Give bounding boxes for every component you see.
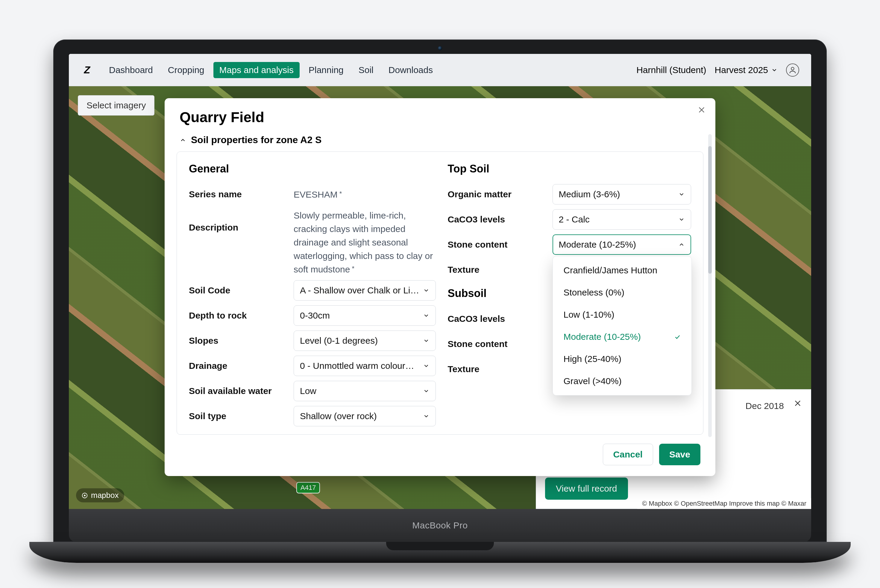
drainage-select[interactable]: 0 - Unmottled warm colour… xyxy=(294,356,436,376)
scroll-thumb[interactable] xyxy=(708,146,712,273)
topsoil-heading: Top Soil xyxy=(448,163,691,175)
laptop-camera xyxy=(438,46,442,50)
farm-name[interactable]: Harnhill (Student) xyxy=(636,65,706,75)
label-subsoil-caco3: CaCO3 levels xyxy=(448,314,547,324)
nav-planning[interactable]: Planning xyxy=(303,62,349,78)
chevron-down-icon xyxy=(423,388,430,394)
general-column: General Series name EVESHAM * xyxy=(189,161,436,427)
general-heading: General xyxy=(189,163,436,175)
modal-backdrop: Quarry Field Soil properties for zone A2… xyxy=(69,86,811,509)
top-right: Harnhill (Student) Harvest 2025 xyxy=(636,63,799,76)
user-account-button[interactable] xyxy=(786,63,799,76)
depth-value: 0-30cm xyxy=(300,310,330,321)
cancel-button[interactable]: Cancel xyxy=(603,444,653,465)
chevron-down-icon xyxy=(423,363,430,369)
soil-type-value: Shallow (over rock) xyxy=(300,411,377,421)
organic-matter-select[interactable]: Medium (3-6%) xyxy=(553,184,691,204)
stone-content-select[interactable]: Moderate (10-25%) xyxy=(553,234,691,255)
label-stone-content: Stone content xyxy=(448,240,547,250)
label-slopes: Slopes xyxy=(189,336,288,346)
label-soil-type: Soil type xyxy=(189,411,288,421)
top-navigation: Z Dashboard Cropping Maps and analysis P… xyxy=(69,54,811,86)
check-icon xyxy=(674,333,681,340)
app-screen: Z Dashboard Cropping Maps and analysis P… xyxy=(69,54,811,509)
value-description: Slowly permeable, lime-rich, cracking cl… xyxy=(294,208,436,276)
label-topsoil-texture: Texture xyxy=(448,265,547,275)
app-logo[interactable]: Z xyxy=(81,64,93,76)
label-topsoil-caco3: CaCO3 levels xyxy=(448,214,547,225)
chevron-up-icon xyxy=(678,241,685,248)
dialog-scrollbar[interactable] xyxy=(708,134,712,437)
stone-content-dropdown: Cranfield/James Hutton Stoneless (0%) Lo… xyxy=(553,256,692,396)
stone-option[interactable]: High (25-40%) xyxy=(553,348,692,370)
chevron-up-icon xyxy=(180,137,186,143)
stone-option[interactable]: Gravel (>40%) xyxy=(553,370,692,392)
label-soil-code: Soil Code xyxy=(189,285,288,296)
label-description: Description xyxy=(189,208,288,232)
depth-select[interactable]: 0-30cm xyxy=(294,305,436,326)
laptop-deck: MacBook Pro xyxy=(69,509,811,542)
chevron-down-icon xyxy=(678,216,685,223)
soil-available-water-select[interactable]: Low xyxy=(294,381,436,401)
nav: Dashboard Cropping Maps and analysis Pla… xyxy=(103,62,439,78)
topsoil-caco3-value: 2 - Calc xyxy=(559,214,590,225)
screen-bezel: Z Dashboard Cropping Maps and analysis P… xyxy=(53,39,827,542)
stone-option[interactable]: Stoneless (0%) xyxy=(553,281,692,304)
dialog-title: Quarry Field xyxy=(165,98,715,131)
save-button[interactable]: Save xyxy=(659,444,700,465)
label-depth-to-rock: Depth to rock xyxy=(189,310,288,321)
map-area[interactable]: Select imagery A417 mapbox Dec 2018 View… xyxy=(69,86,811,509)
svg-point-0 xyxy=(791,67,794,70)
topsoil-column: Top Soil Organic matter Medium (3-6%) xyxy=(448,161,691,427)
season-dropdown[interactable]: Harvest 2025 xyxy=(715,65,778,75)
user-icon xyxy=(789,66,797,74)
drainage-value: 0 - Unmottled warm colour… xyxy=(300,361,414,371)
chevron-down-icon xyxy=(771,67,778,74)
section-title: Soil properties for zone A2 S xyxy=(191,134,321,146)
label-subsoil-stone: Stone content xyxy=(448,339,547,349)
laptop-frame: Z Dashboard Cropping Maps and analysis P… xyxy=(39,25,841,563)
soil-code-select[interactable]: A - Shallow over Chalk or Li… xyxy=(294,280,436,301)
section-toggle[interactable]: Soil properties for zone A2 S xyxy=(165,131,715,152)
chevron-down-icon xyxy=(423,287,430,294)
label-soil-available-water: Soil available water xyxy=(189,386,288,396)
soil-type-select[interactable]: Shallow (over rock) xyxy=(294,406,436,426)
chevron-down-icon xyxy=(423,312,430,319)
dialog-close-button[interactable] xyxy=(697,105,706,117)
saw-value: Low xyxy=(300,386,316,396)
label-organic-matter: Organic matter xyxy=(448,189,547,200)
nav-maps-analysis[interactable]: Maps and analysis xyxy=(213,62,300,78)
stone-content-value: Moderate (10-25%) xyxy=(559,240,636,250)
nav-cropping[interactable]: Cropping xyxy=(162,62,210,78)
laptop-base xyxy=(29,542,851,563)
soil-code-value: A - Shallow over Chalk or Li… xyxy=(300,285,419,296)
close-icon xyxy=(697,106,706,114)
nav-dashboard[interactable]: Dashboard xyxy=(103,62,159,78)
laptop-notch xyxy=(386,542,494,550)
dialog-footer: Cancel Save xyxy=(165,435,715,476)
laptop-model-label: MacBook Pro xyxy=(412,520,468,531)
topsoil-caco3-select[interactable]: 2 - Calc xyxy=(553,209,691,230)
season-label: Harvest 2025 xyxy=(715,65,768,75)
label-series-name: Series name xyxy=(189,189,288,200)
stone-option[interactable]: Low (1-10%) xyxy=(553,304,692,326)
value-series-name: EVESHAM * xyxy=(294,188,342,201)
chevron-down-icon xyxy=(678,191,685,198)
label-drainage: Drainage xyxy=(189,361,288,371)
soil-properties-dialog: Quarry Field Soil properties for zone A2… xyxy=(165,98,715,476)
organic-matter-value: Medium (3-6%) xyxy=(559,189,620,200)
slopes-value: Level (0-1 degrees) xyxy=(300,336,378,346)
nav-downloads[interactable]: Downloads xyxy=(382,62,439,78)
nav-soil[interactable]: Soil xyxy=(352,62,379,78)
chevron-down-icon xyxy=(423,413,430,420)
chevron-down-icon xyxy=(423,338,430,344)
slopes-select[interactable]: Level (0-1 degrees) xyxy=(294,330,436,351)
stone-option[interactable]: Cranfield/James Hutton xyxy=(553,259,692,281)
stone-option-selected[interactable]: Moderate (10-25%) xyxy=(553,326,692,348)
label-subsoil-texture: Texture xyxy=(448,364,547,374)
dialog-body: General Series name EVESHAM * xyxy=(177,152,703,435)
